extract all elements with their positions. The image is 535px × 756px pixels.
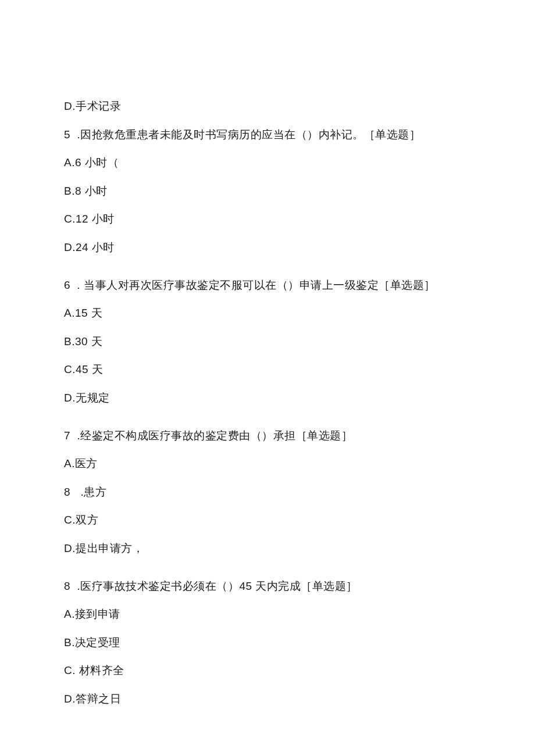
q6-stem: 6 . 当事人对再次医疗事故鉴定不服可以在（）申请上一级鉴定［单选题］ xyxy=(64,278,471,293)
q6-option-c: C.45 天 xyxy=(64,362,471,378)
q6-option-d: D.无规定 xyxy=(64,390,471,406)
q5-option-c: C.12 小时 xyxy=(64,212,471,227)
q7-option-c: C.双方 xyxy=(64,513,471,528)
q7-option-b: 8 .患方 xyxy=(64,485,471,500)
q7-option-a: A.医方 xyxy=(64,456,471,472)
q6-option-a: A.15 天 xyxy=(64,306,471,321)
q8-stem: 8 .医疗事故技术鉴定书必须在（）45 天内完成［单选题］ xyxy=(64,579,471,594)
q8-option-b: B.决定受理 xyxy=(64,635,471,651)
q7-option-d: D.提出申请方， xyxy=(64,541,471,557)
q8-option-c: C. 材料齐全 xyxy=(64,663,471,679)
q8-option-d: D.答辩之日 xyxy=(64,691,471,707)
q6-option-b: B.30 天 xyxy=(64,334,471,350)
q5-option-a: A.6 小时（ xyxy=(64,155,471,171)
q7-stem: 7 .经鉴定不构成医疗事故的鉴定费由（）承担［单选题］ xyxy=(64,428,471,444)
q5-stem: 5 .因抢救危重患者未能及时书写病历的应当在（）内补记。［单选题］ xyxy=(64,127,471,143)
q5-option-d: D.24 小时 xyxy=(64,240,471,256)
document-page: D.手术记录 5 .因抢救危重患者未能及时书写病历的应当在（）内补记。［单选题］… xyxy=(0,0,535,756)
q4-option-d: D.手术记录 xyxy=(64,99,471,114)
q5-option-b: B.8 小时 xyxy=(64,184,471,199)
q8-option-a: A.接到申请 xyxy=(64,607,471,622)
